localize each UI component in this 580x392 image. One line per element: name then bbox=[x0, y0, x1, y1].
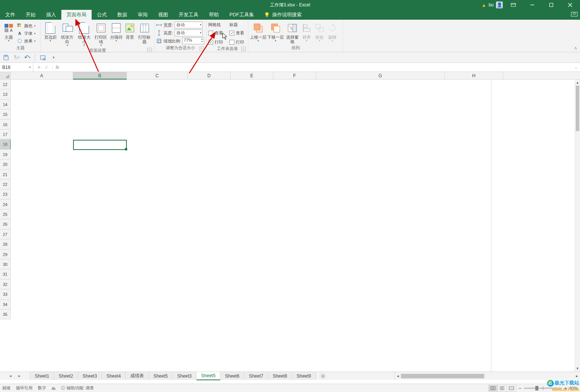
row-header[interactable]: 22 bbox=[0, 180, 11, 189]
width-combo[interactable]: 自动▾ bbox=[175, 22, 203, 28]
tab-data[interactable]: 数据 bbox=[112, 10, 133, 20]
column-header[interactable]: F bbox=[273, 72, 316, 79]
tab-insert[interactable]: 插入 bbox=[41, 10, 61, 20]
sheet-tab[interactable]: 成绩表 bbox=[126, 372, 149, 380]
background-button[interactable]: 背景 bbox=[124, 21, 136, 40]
qat-customize-button[interactable]: ▾ bbox=[50, 54, 57, 61]
tab-view[interactable]: 视图 bbox=[153, 10, 173, 20]
row-header[interactable]: 17 bbox=[0, 130, 11, 139]
send-backward-button[interactable]: 下移一层▾ bbox=[267, 21, 284, 43]
selected-cell[interactable] bbox=[73, 140, 127, 150]
column-header[interactable]: D bbox=[188, 72, 231, 79]
sheet-tab[interactable]: Sheet5 bbox=[196, 372, 220, 380]
print-titles-button[interactable]: 打印标题 bbox=[137, 21, 153, 45]
row-header[interactable]: 25 bbox=[0, 209, 11, 219]
maximize-button[interactable] bbox=[543, 0, 560, 10]
row-header[interactable]: 16 bbox=[0, 120, 11, 130]
row-header[interactable]: 13 bbox=[0, 89, 11, 99]
page-break-view-button[interactable] bbox=[507, 385, 516, 391]
theme-effects-button[interactable]: 效果 ▾ bbox=[17, 37, 36, 45]
tab-formulas[interactable]: 公式 bbox=[92, 10, 112, 20]
column-header[interactable]: H bbox=[445, 72, 503, 79]
select-all-button[interactable] bbox=[0, 72, 11, 79]
collapse-ribbon-button[interactable]: ᐱ bbox=[574, 46, 577, 50]
tell-me-search[interactable]: 💡 操作说明搜索 bbox=[259, 10, 306, 20]
scroll-right-button[interactable]: ► bbox=[574, 374, 580, 378]
sheet-tab[interactable]: Sheet8 bbox=[268, 372, 292, 380]
print-area-button[interactable]: 打印区域▾ bbox=[93, 21, 109, 48]
user-avatar[interactable]: 👤 bbox=[496, 2, 503, 8]
gridlines-print-checkbox[interactable]: 打印 bbox=[208, 38, 226, 46]
sheet-tab[interactable]: Sheet3 bbox=[173, 372, 196, 380]
column-header[interactable]: B bbox=[73, 72, 127, 80]
tab-pdf-tools[interactable]: PDF工具集 bbox=[224, 10, 259, 20]
row-header[interactable]: 31 bbox=[0, 269, 11, 279]
headings-view-checkbox[interactable]: 查看 bbox=[229, 29, 248, 37]
touch-mode-button[interactable] bbox=[39, 54, 47, 61]
column-header[interactable]: A bbox=[11, 72, 73, 79]
theme-fonts-button[interactable]: A字体 ▾ bbox=[17, 30, 36, 37]
height-combo[interactable]: 自动▾ bbox=[175, 30, 203, 36]
sheet-tab[interactable]: Sheet4 bbox=[102, 372, 126, 380]
scroll-left-button[interactable]: ◄ bbox=[395, 374, 401, 378]
ime-icon[interactable]: 🖮 bbox=[51, 386, 56, 390]
user-name[interactable]: bo bbox=[489, 2, 494, 8]
cells-area[interactable] bbox=[11, 80, 575, 372]
row-header[interactable]: 21 bbox=[0, 170, 11, 180]
sheet-tab[interactable]: Sheet3 bbox=[78, 372, 102, 380]
expand-formula-bar[interactable]: ⌄ bbox=[575, 66, 578, 69]
fill-handle[interactable] bbox=[125, 148, 127, 150]
row-header[interactable]: 34 bbox=[0, 300, 11, 309]
row-header[interactable]: 15 bbox=[0, 109, 11, 119]
scroll-up-button[interactable]: ▲ bbox=[575, 80, 580, 86]
row-header[interactable]: 19 bbox=[0, 150, 11, 159]
sheet-tab[interactable]: Sheet2 bbox=[54, 372, 78, 380]
save-button[interactable] bbox=[2, 54, 10, 61]
size-button[interactable]: 纸张大小▾ bbox=[76, 21, 92, 48]
page-setup-launcher[interactable]: ⤡ bbox=[147, 48, 152, 52]
row-header[interactable]: 18 bbox=[0, 139, 11, 149]
redo-button[interactable]: ↻▾ bbox=[13, 54, 20, 61]
name-box[interactable]: B18▾ bbox=[0, 63, 33, 72]
sheet-tab[interactable]: Sheet6 bbox=[220, 372, 244, 380]
row-header[interactable]: 24 bbox=[0, 200, 11, 209]
vertical-scrollbar[interactable]: ▲ ▼ bbox=[575, 80, 580, 372]
fx-icon[interactable]: fx bbox=[53, 65, 62, 70]
sheet-nav-buttons[interactable]: ◄…► bbox=[0, 372, 30, 380]
ribbon-display-options[interactable] bbox=[505, 0, 522, 10]
tab-review[interactable]: 审阅 bbox=[133, 10, 153, 20]
sheet-options-launcher[interactable]: ⤡ bbox=[241, 47, 246, 51]
close-button[interactable] bbox=[562, 0, 578, 10]
tab-file[interactable]: 文件 bbox=[0, 10, 20, 20]
bring-forward-button[interactable]: 上移一层▾ bbox=[250, 21, 267, 43]
row-header[interactable]: 32 bbox=[0, 280, 11, 289]
themes-button[interactable]: A 主题 ▾ bbox=[2, 21, 16, 43]
row-header[interactable]: 23 bbox=[0, 189, 11, 199]
tab-developer[interactable]: 开发工具 bbox=[173, 10, 204, 20]
headings-print-checkbox[interactable]: 打印 bbox=[229, 38, 248, 46]
row-header[interactable]: 26 bbox=[0, 219, 11, 229]
scroll-down-button[interactable]: ▼ bbox=[575, 365, 580, 372]
row-header[interactable]: 27 bbox=[0, 230, 11, 239]
sheet-tab[interactable]: Sheet5 bbox=[149, 372, 173, 380]
tab-page-layout[interactable]: 页面布局 bbox=[61, 10, 92, 20]
sheet-tab[interactable]: Sheet7 bbox=[244, 372, 268, 380]
sheet-tab[interactable]: Sheet9 bbox=[292, 372, 316, 380]
page-layout-view-button[interactable] bbox=[498, 385, 507, 391]
zoom-out-button[interactable]: − bbox=[519, 385, 522, 391]
column-header[interactable]: G bbox=[316, 72, 445, 79]
minimize-button[interactable] bbox=[524, 0, 541, 10]
align-button[interactable]: 对齐▾ bbox=[301, 21, 313, 43]
gridlines-view-checkbox[interactable]: 查看 bbox=[208, 29, 226, 37]
undo-button[interactable]: ↶▾ bbox=[23, 54, 31, 61]
row-header[interactable]: 14 bbox=[0, 100, 11, 109]
share-icon[interactable] bbox=[571, 11, 578, 17]
sheet-tab[interactable]: Sheet1 bbox=[30, 372, 54, 380]
accessibility-status[interactable]: ⓘ辅助功能: 调查 bbox=[61, 385, 94, 391]
selection-pane-button[interactable]: 选择窗格 bbox=[285, 21, 300, 45]
breaks-button[interactable]: 分隔符▾ bbox=[110, 21, 123, 43]
row-header[interactable]: 28 bbox=[0, 239, 11, 249]
horizontal-scrollbar[interactable]: ◄► bbox=[394, 372, 580, 380]
scale-spinner[interactable]: 77%▲▼ bbox=[182, 37, 204, 44]
row-header[interactable]: 35 bbox=[0, 309, 11, 319]
